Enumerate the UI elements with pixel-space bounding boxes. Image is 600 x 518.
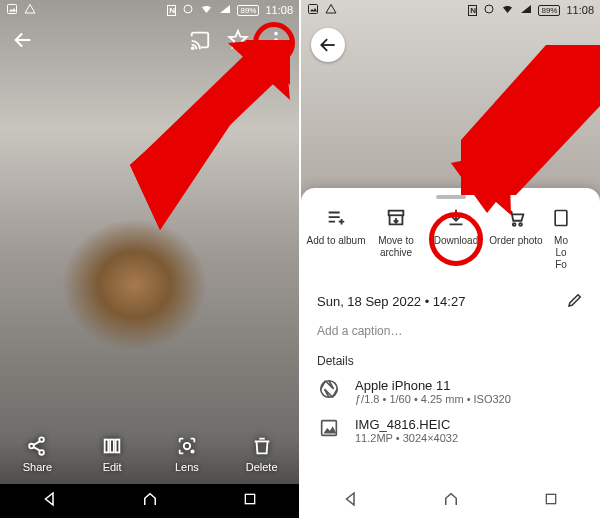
move-to-archive-button[interactable]: Move to archive — [366, 207, 426, 271]
nav-bar — [301, 484, 600, 518]
sheet-action-label: Move to archive — [366, 235, 426, 259]
favorite-button[interactable] — [219, 21, 257, 59]
svg-marker-37 — [347, 493, 355, 505]
playlist-add-icon — [325, 207, 347, 229]
warning-status-icon — [325, 3, 337, 17]
battery-indicator: 89% — [237, 5, 259, 16]
svg-point-8 — [274, 45, 278, 49]
signal-icon — [219, 3, 231, 17]
add-to-album-button[interactable]: Add to album — [306, 207, 366, 271]
svg-marker-26 — [310, 8, 317, 12]
svg-point-32 — [519, 223, 522, 226]
battery-indicator: 89% — [538, 5, 560, 16]
edit-button[interactable]: Edit — [75, 424, 150, 484]
lens-button[interactable]: Lens — [150, 424, 225, 484]
nav-back-icon[interactable] — [41, 490, 59, 512]
sheet-action-label: Order photo — [489, 235, 542, 247]
sheet-drag-handle[interactable] — [436, 195, 466, 199]
photo-viewer-app-bar — [0, 20, 299, 60]
nav-recents-icon[interactable] — [242, 491, 258, 511]
sheet-action-label: Add to album — [307, 235, 366, 247]
status-bar: N 89% 11:08 — [301, 0, 600, 20]
svg-marker-29 — [521, 5, 531, 13]
back-button[interactable] — [311, 28, 345, 62]
svg-marker-2 — [25, 5, 35, 14]
svg-marker-27 — [326, 5, 336, 14]
date-time-row: Sun, 18 Sep 2022 • 14:27 — [301, 285, 600, 318]
more-actions-overflow[interactable]: Mo Lo Fo — [546, 207, 576, 271]
nav-recents-icon[interactable] — [543, 491, 559, 511]
phone-right: N 89% 11:08 — [301, 0, 600, 518]
svg-point-5 — [192, 47, 194, 49]
sync-icon — [483, 3, 495, 17]
svg-rect-14 — [116, 440, 120, 453]
date-time-text: Sun, 18 Sep 2022 • 14:27 — [317, 294, 465, 309]
svg-point-31 — [513, 223, 516, 226]
camera-device-text: Apple iPhone 11 — [355, 378, 511, 393]
cart-icon — [505, 207, 527, 229]
wifi-icon — [200, 3, 213, 17]
nav-home-icon[interactable] — [442, 490, 460, 512]
photo-viewer-action-bar: Share Edit Lens Delete — [0, 424, 299, 484]
status-bar: N 89% 11:08 — [0, 0, 299, 20]
clock-text: 11:08 — [265, 4, 293, 16]
download-icon — [445, 207, 467, 229]
svg-marker-1 — [9, 8, 16, 12]
download-button[interactable]: Download — [426, 207, 486, 271]
share-button[interactable]: Share — [0, 424, 75, 484]
signal-icon — [520, 3, 532, 17]
more-button[interactable] — [257, 21, 295, 59]
warning-status-icon — [24, 3, 36, 17]
picture-status-icon — [307, 3, 319, 17]
archive-icon — [385, 207, 407, 229]
svg-point-15 — [184, 443, 190, 449]
sheet-action-label: Mo Lo Fo — [554, 235, 568, 271]
lens-label: Lens — [175, 461, 199, 473]
wifi-icon — [501, 3, 514, 17]
aperture-icon — [317, 378, 341, 400]
details-heading: Details — [301, 344, 600, 372]
camera-details-row: Apple iPhone 11 ƒ/1.8 • 1/60 • 4.25 mm •… — [301, 372, 600, 411]
phone-left: N 89% 11:08 — [0, 0, 299, 518]
nfc-icon: N — [468, 5, 477, 16]
file-details-row: IMG_4816.HEIC 11.2MP • 3024×4032 — [301, 411, 600, 450]
svg-marker-4 — [220, 5, 230, 13]
nfc-icon: N — [167, 5, 176, 16]
two-phone-tutorial: N 89% 11:08 — [0, 0, 600, 518]
sheet-action-row: Add to album Move to archive Download — [301, 207, 600, 285]
back-button[interactable] — [4, 21, 42, 59]
file-name-text: IMG_4816.HEIC — [355, 417, 458, 432]
image-file-icon — [317, 417, 341, 439]
svg-marker-36 — [324, 426, 337, 433]
svg-rect-33 — [555, 211, 567, 226]
nav-home-icon[interactable] — [141, 490, 159, 512]
svg-rect-30 — [389, 211, 404, 216]
svg-point-6 — [274, 32, 278, 36]
edit-date-button[interactable] — [566, 291, 584, 312]
svg-point-16 — [191, 450, 193, 452]
svg-rect-25 — [309, 5, 318, 14]
svg-point-28 — [485, 5, 493, 13]
order-photo-button[interactable]: Order photo — [486, 207, 546, 271]
svg-rect-12 — [105, 440, 109, 453]
nav-bar — [0, 484, 299, 518]
options-bottom-sheet: Add to album Move to archive Download — [301, 188, 600, 518]
clock-text: 11:08 — [566, 4, 594, 16]
edit-label: Edit — [103, 461, 122, 473]
svg-marker-17 — [46, 493, 54, 505]
sheet-action-label: Download — [434, 235, 478, 247]
caption-input[interactable]: Add a caption… — [301, 318, 600, 344]
svg-rect-18 — [245, 494, 254, 503]
caption-placeholder: Add a caption… — [317, 324, 402, 338]
svg-point-3 — [184, 5, 192, 13]
delete-label: Delete — [246, 461, 278, 473]
svg-rect-13 — [110, 440, 114, 453]
nav-back-icon[interactable] — [342, 490, 360, 512]
picture-status-icon — [6, 3, 18, 17]
delete-button[interactable]: Delete — [224, 424, 299, 484]
file-icon — [551, 207, 571, 229]
svg-point-10 — [40, 437, 45, 442]
camera-meta-text: ƒ/1.8 • 1/60 • 4.25 mm • ISO320 — [355, 393, 511, 405]
cast-button[interactable] — [181, 21, 219, 59]
svg-rect-38 — [546, 494, 555, 503]
